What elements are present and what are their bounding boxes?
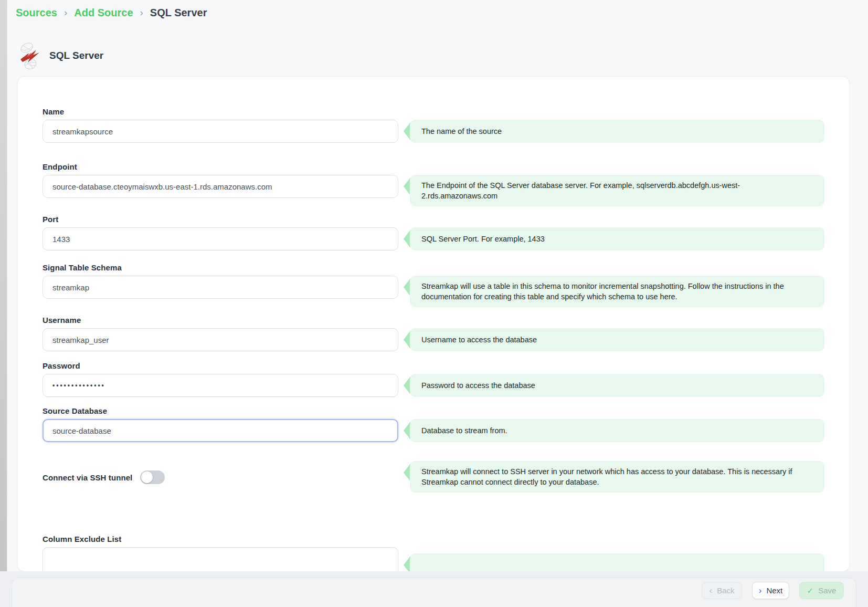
chevron-right-icon: › bbox=[140, 7, 143, 18]
breadcrumb: Sources › Add Source › SQL Server bbox=[16, 7, 207, 19]
ssh-tunnel-toggle[interactable] bbox=[140, 470, 165, 484]
username-tooltip: Username to access the database bbox=[404, 328, 824, 351]
source-database-input[interactable] bbox=[43, 419, 398, 442]
endpoint-tooltip: The Endpoint of the SQL Server database … bbox=[404, 175, 824, 206]
breadcrumb-add-source-link[interactable]: Add Source bbox=[74, 7, 133, 19]
field-column-exclude-list: Column Exclude List bbox=[43, 535, 824, 572]
ssh-tunnel-label: Connect via SSH tunnel bbox=[43, 473, 132, 482]
endpoint-tooltip-text: The Endpoint of the SQL Server database … bbox=[410, 175, 824, 206]
username-input[interactable] bbox=[43, 328, 398, 351]
toggle-knob bbox=[141, 472, 153, 483]
next-button[interactable]: › Next bbox=[752, 582, 789, 599]
port-label: Port bbox=[43, 215, 824, 224]
source-header: SQL Server bbox=[19, 42, 103, 69]
port-input[interactable] bbox=[43, 227, 398, 250]
name-tooltip-text: The name of the source bbox=[410, 120, 824, 143]
next-button-label: Next bbox=[766, 586, 782, 595]
ssh-tunnel-tooltip: Streamkap will connect to SSH server in … bbox=[404, 461, 824, 493]
add-source-page: Sources › Add Source › SQL Server SQ bbox=[0, 0, 868, 607]
endpoint-input[interactable] bbox=[43, 175, 398, 198]
ssh-tunnel-row: Connect via SSH tunnel Streamkap will co… bbox=[43, 461, 824, 494]
password-tooltip-text: Password to access the database bbox=[410, 374, 824, 397]
ssh-tunnel-tooltip-text: Streamkap will connect to SSH server in … bbox=[410, 461, 824, 493]
endpoint-label: Endpoint bbox=[43, 162, 824, 171]
name-input[interactable] bbox=[43, 120, 398, 143]
password-tooltip: Password to access the database bbox=[404, 374, 824, 397]
sql-server-logo-icon bbox=[19, 42, 41, 69]
field-source-database: Source Database Database to stream from. bbox=[43, 406, 824, 442]
field-port: Port SQL Server Port. For example, 1433 bbox=[43, 215, 824, 250]
signal-table-schema-tooltip: Streamkap will use a table in this schem… bbox=[404, 276, 824, 307]
username-tooltip-text: Username to access the database bbox=[410, 328, 824, 351]
password-label: Password bbox=[43, 361, 824, 370]
signal-table-schema-input[interactable] bbox=[43, 276, 398, 299]
window-edge-artifact bbox=[0, 0, 7, 607]
field-signal-table-schema: Signal Table Schema Streamkap will use a… bbox=[43, 263, 824, 307]
password-input[interactable] bbox=[43, 374, 398, 397]
save-button-label: Save bbox=[818, 586, 836, 595]
name-tooltip: The name of the source bbox=[404, 120, 824, 143]
source-database-tooltip-text: Database to stream from. bbox=[410, 419, 824, 442]
field-username: Username Username to access the database bbox=[43, 316, 824, 351]
chevron-right-icon: › bbox=[759, 585, 762, 596]
source-config-card: Name The name of the source Endpoint The… bbox=[17, 76, 850, 572]
port-tooltip-text: SQL Server Port. For example, 1433 bbox=[410, 227, 824, 250]
field-password: Password Password to access the database bbox=[43, 361, 824, 397]
chevron-left-icon: ‹ bbox=[709, 585, 712, 596]
name-label: Name bbox=[43, 107, 824, 116]
field-endpoint: Endpoint The Endpoint of the SQL Server … bbox=[43, 162, 824, 206]
chevron-right-icon: › bbox=[64, 7, 67, 18]
signal-table-schema-label: Signal Table Schema bbox=[43, 263, 824, 272]
username-label: Username bbox=[43, 316, 824, 325]
column-exclude-list-label: Column Exclude List bbox=[43, 535, 824, 543]
check-icon: ✓ bbox=[807, 586, 814, 595]
signal-table-schema-tooltip-text: Streamkap will use a table in this schem… bbox=[410, 276, 824, 307]
save-button[interactable]: ✓ Save bbox=[799, 582, 844, 599]
source-database-tooltip: Database to stream from. bbox=[404, 419, 824, 442]
port-tooltip: SQL Server Port. For example, 1433 bbox=[404, 227, 824, 250]
breadcrumb-sources-link[interactable]: Sources bbox=[16, 7, 57, 19]
source-database-label: Source Database bbox=[43, 406, 824, 415]
column-exclude-tooltip-clipped bbox=[404, 553, 824, 572]
page-title: SQL Server bbox=[49, 50, 103, 61]
back-button-label: Back bbox=[717, 586, 734, 595]
field-name: Name The name of the source bbox=[43, 107, 824, 143]
footer-buttons: ‹ Back › Next ✓ Save bbox=[702, 582, 844, 599]
breadcrumb-current: SQL Server bbox=[150, 7, 207, 19]
back-button[interactable]: ‹ Back bbox=[702, 582, 742, 599]
column-exclude-tooltip-box bbox=[410, 553, 824, 572]
column-exclude-list-input[interactable] bbox=[43, 547, 398, 572]
